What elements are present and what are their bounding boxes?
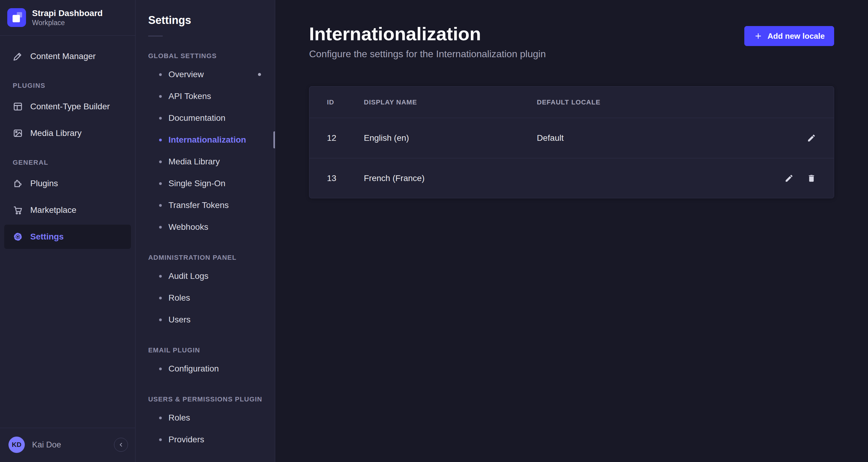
bullet-icon [159, 297, 162, 299]
cell-actions [753, 133, 816, 143]
subnav-section-email-plugin: EMAIL PLUGIN Configuration [135, 346, 275, 380]
main-content: Internationalization Configure the setti… [275, 0, 868, 462]
subnav-item-label: Providers [168, 435, 204, 444]
subnav-item-up-roles[interactable]: Roles [135, 407, 275, 429]
nav-item-label: Settings [30, 232, 63, 241]
subnav-item-label: Audit Logs [168, 271, 208, 281]
subnav-item-overview[interactable]: Overview [135, 64, 275, 85]
bullet-icon [159, 416, 162, 419]
puzzle-icon [13, 178, 23, 189]
user-menu[interactable]: KD Kai Doe [0, 428, 135, 462]
subnav-item-label: Webhooks [168, 222, 208, 232]
locales-table: ID DISPLAY NAME DEFAULT LOCALE 12 Englis… [309, 86, 834, 198]
page-header-text: Internationalization Configure the setti… [309, 24, 546, 60]
subnav-section-global-settings: GLOBAL SETTINGS Overview API Tokens Docu… [135, 52, 275, 238]
subnav-item-api-tokens[interactable]: API Tokens [135, 85, 275, 107]
edit-locale-button[interactable] [784, 173, 794, 183]
subnav-item-label: Configuration [168, 364, 219, 374]
cell-display-name: English (en) [364, 133, 537, 143]
nav-item-content-manager[interactable]: Content Manager [4, 44, 131, 68]
subnav-item-internationalization[interactable]: Internationalization [135, 129, 275, 151]
subnav-item-label: Roles [168, 413, 190, 423]
subnav-section-administration-panel: ADMINISTRATION PANEL Audit Logs Roles Us… [135, 254, 275, 330]
subnav-section-users-permissions-plugin: USERS & PERMISSIONS PLUGIN Roles Provide… [135, 395, 275, 451]
cell-id: 13 [327, 173, 364, 183]
subnav-item-single-sign-on[interactable]: Single Sign-On [135, 173, 275, 194]
divider [148, 36, 163, 36]
locale-row-french[interactable]: 13 French (France) [309, 158, 834, 198]
picture-icon [13, 128, 23, 138]
subnav-section-label: EMAIL PLUGIN [148, 346, 275, 354]
app-root: Strapi Dashboard Workplace Content Manag… [0, 0, 868, 462]
locale-row-english[interactable]: 12 English (en) Default [309, 118, 834, 158]
collapse-nav-button[interactable] [114, 438, 128, 452]
subnav-item-email-configuration[interactable]: Configuration [135, 358, 275, 380]
edit-locale-button[interactable] [807, 133, 816, 143]
strapi-logo-icon [7, 8, 26, 27]
subnav-item-label: Roles [168, 293, 190, 303]
subnav-section-label: GLOBAL SETTINGS [148, 52, 275, 60]
delete-locale-button[interactable] [807, 173, 816, 183]
nav-item-settings[interactable]: Settings [4, 225, 131, 249]
page-title: Internationalization [309, 24, 546, 44]
subnav-section-label: ADMINISTRATION PANEL [148, 254, 275, 262]
cell-default-locale: Default [537, 133, 753, 143]
workspace-switcher[interactable]: Strapi Dashboard Workplace [0, 0, 135, 35]
chevron-left-icon [118, 441, 124, 448]
pencil-icon [807, 134, 816, 143]
cart-icon [13, 205, 23, 215]
subnav-item-admin-roles[interactable]: Roles [135, 287, 275, 309]
bullet-icon [159, 73, 162, 76]
subnav-item-label: Documentation [168, 113, 225, 123]
bullet-icon [159, 226, 162, 229]
subnav-item-users[interactable]: Users [135, 309, 275, 330]
subnav-item-audit-logs[interactable]: Audit Logs [135, 265, 275, 287]
bullet-icon [159, 139, 162, 141]
bullet-icon [159, 161, 162, 163]
cell-actions [753, 173, 816, 183]
bullet-icon [159, 182, 162, 185]
nav-item-content-type-builder[interactable]: Content-Type Builder [4, 94, 131, 119]
main-nav: Strapi Dashboard Workplace Content Manag… [0, 0, 135, 462]
cell-id: 12 [327, 133, 364, 143]
pencil-icon [784, 174, 794, 183]
notification-dot [258, 73, 261, 76]
column-header-default-locale: DEFAULT LOCALE [537, 98, 753, 106]
nav-item-plugins[interactable]: Plugins [4, 171, 131, 196]
nav-section-label-plugins: PLUGINS [13, 82, 131, 90]
column-header-id: ID [327, 98, 364, 106]
user-name: Kai Doe [32, 440, 61, 450]
layout-icon [13, 102, 23, 112]
settings-sub-nav: Settings GLOBAL SETTINGS Overview API To… [135, 0, 275, 462]
add-new-locale-label: Add new locale [768, 31, 825, 41]
bullet-icon [159, 275, 162, 278]
trash-icon [807, 174, 816, 183]
nav-item-label: Marketplace [30, 205, 76, 215]
workspace-subtitle: Workplace [32, 19, 102, 28]
subnav-item-webhooks[interactable]: Webhooks [135, 216, 275, 238]
main-nav-body: Content Manager PLUGINS Content-Type Bui… [0, 36, 135, 428]
subnav-item-label: Internationalization [168, 135, 246, 145]
nav-item-marketplace[interactable]: Marketplace [4, 198, 131, 222]
add-new-locale-button[interactable]: Add new locale [744, 26, 834, 46]
workspace-title: Strapi Dashboard [32, 8, 102, 19]
subnav-item-documentation[interactable]: Documentation [135, 107, 275, 129]
subnav-header: Settings [135, 0, 275, 36]
nav-item-media-library[interactable]: Media Library [4, 121, 131, 145]
bullet-icon [159, 368, 162, 370]
plus-icon [754, 31, 763, 40]
active-item-indicator [273, 132, 275, 148]
nav-item-label: Plugins [30, 179, 58, 188]
subnav-item-label: Single Sign-On [168, 179, 225, 188]
subnav-item-transfer-tokens[interactable]: Transfer Tokens [135, 194, 275, 216]
subnav-item-label: Overview [168, 69, 204, 79]
gear-icon [13, 232, 23, 242]
bullet-icon [159, 438, 162, 441]
subnav-item-label: API Tokens [168, 91, 211, 101]
subnav-item-label: Users [168, 315, 190, 324]
subnav-item-media-library[interactable]: Media Library [135, 151, 275, 173]
subnav-item-providers[interactable]: Providers [135, 429, 275, 451]
bullet-icon [159, 204, 162, 207]
table-header-row: ID DISPLAY NAME DEFAULT LOCALE [309, 87, 834, 118]
page-header: Internationalization Configure the setti… [309, 24, 834, 60]
